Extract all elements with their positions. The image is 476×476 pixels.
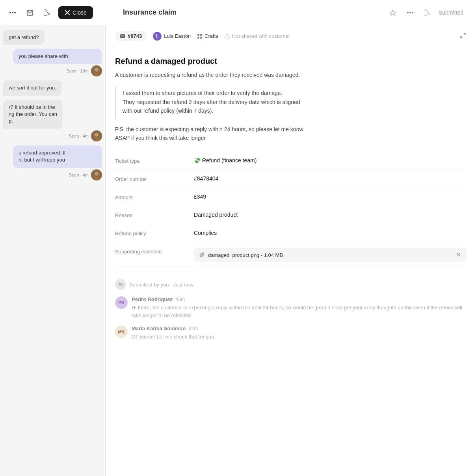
- field-supporting-evidence: Supporting evidence damaged_product.png …: [115, 242, 467, 268]
- comment-author-2: Maria Karina Solomon: [132, 325, 186, 331]
- svg-point-3: [407, 12, 409, 13]
- svg-point-5: [412, 12, 413, 13]
- chat-seen-1: Seen · 10m: [67, 69, 89, 73]
- team-icon: [197, 33, 203, 39]
- main-layout: get a refund? you please share with Seen…: [0, 25, 476, 476]
- activity-section: Submitted by you · Just now PR Pedro Rod…: [106, 271, 476, 355]
- amount-value: £349: [194, 193, 467, 200]
- chat-bubble-self-1: you please share with: [13, 49, 102, 64]
- ticket-id-badge: #8743: [115, 31, 147, 41]
- assignee-name: Luis Easton: [164, 33, 191, 39]
- svg-point-0: [9, 12, 11, 13]
- ticket-type-value: 💸 Refund (finance team): [194, 157, 467, 164]
- chat-meta-3: Seen · 4m: [3, 169, 102, 180]
- chat-sidebar: get a refund? you please share with Seen…: [0, 25, 106, 476]
- svg-rect-16: [197, 34, 199, 36]
- supporting-evidence-label: Supporting evidence: [115, 248, 194, 255]
- reason-value: Damaged product: [194, 212, 467, 218]
- svg-point-4: [409, 12, 411, 13]
- moon-icon-button-2[interactable]: [421, 6, 434, 19]
- file-attachment[interactable]: damaged_product.png - 1.04 MB ✕: [194, 248, 467, 262]
- list-item: s refund approved. It n, but I will keep…: [3, 145, 102, 180]
- refund-policy-value: Complies: [194, 230, 467, 236]
- comment-body-1: Pedro Rodriguez 45m Hi there, the custom…: [132, 296, 467, 319]
- chat-bubble-other-1: get a refund?: [3, 30, 45, 45]
- comment-header-2: Maria Karina Solomon 42m: [132, 325, 467, 331]
- more-options-button[interactable]: [6, 6, 19, 19]
- close-button[interactable]: Close: [58, 6, 93, 19]
- comment-author-1: Pedro Rodriguez: [132, 296, 173, 302]
- reason-label: Reason: [115, 212, 194, 218]
- chat-bubble-self-2: s refund approved. It n, but I will keep…: [13, 145, 102, 167]
- activity-submitted: Submitted by you · Just now: [115, 279, 467, 290]
- comment-text-2: Of course! Let me check that for you.: [132, 333, 467, 341]
- amount-label: Amount: [115, 193, 194, 200]
- comment-1: PR Pedro Rodriguez 45m Hi there, the cus…: [115, 296, 467, 319]
- activity-submitted-text: Submitted by you · Just now: [129, 282, 193, 288]
- team-name: Crafts: [205, 33, 218, 39]
- comment-avatar-1: PR: [115, 296, 128, 309]
- avatar-2: [91, 130, 102, 141]
- list-item: you please share with Seen · 10m: [3, 49, 102, 76]
- ticket-ps: P.S. the customer is expecting a reply w…: [115, 125, 467, 143]
- chat-seen-3: Seen · 4m: [69, 173, 89, 177]
- comment-text-1: Hi there, the customer is expecting a re…: [132, 304, 467, 319]
- team-badge: Crafts: [197, 33, 218, 39]
- ticket-fields: Ticket type 💸 Refund (finance team) Orde…: [106, 152, 476, 268]
- svg-rect-15: [120, 34, 125, 38]
- field-amount: Amount £349: [115, 188, 467, 206]
- svg-rect-20: [227, 37, 228, 38]
- top-bar: Close Insurance claim: [0, 0, 476, 25]
- field-order-number: Order number #8478404: [115, 170, 467, 188]
- ticket-description: A customer is requesting a refund as the…: [115, 71, 467, 79]
- comment-2: MK Maria Karina Solomon 42m Of course! L…: [115, 325, 467, 341]
- order-number-value: #8478404: [194, 175, 467, 182]
- avatar-1: [91, 65, 102, 76]
- top-bar-actions: Submitted: [387, 6, 463, 19]
- svg-rect-17: [200, 34, 202, 36]
- ellipsis-icon-button[interactable]: [404, 6, 416, 19]
- star-icon-button[interactable]: [387, 6, 399, 19]
- expand-button[interactable]: [459, 32, 467, 41]
- comment-body-2: Maria Karina Solomon 42m Of course! Let …: [132, 325, 467, 341]
- comment-time-1: 45m: [176, 297, 185, 302]
- not-shared-icon: [225, 33, 230, 39]
- field-reason: Reason Damaged product: [115, 206, 467, 224]
- not-shared-badge: Not shared with customer: [225, 33, 290, 39]
- comment-avatar-2: MK: [115, 325, 128, 338]
- ticket-icon: [120, 33, 125, 39]
- inbox-icon-button[interactable]: [24, 6, 36, 19]
- avatar-3: [91, 169, 102, 180]
- chat-bubble-other-2: we sort it out for you.: [3, 80, 62, 95]
- attachment-name: damaged_product.png - 1.04 MB: [208, 252, 283, 258]
- moon-icon-button[interactable]: [41, 6, 54, 19]
- comment-header-1: Pedro Rodriguez 45m: [132, 296, 467, 302]
- field-refund-policy: Refund policy Complies: [115, 224, 467, 242]
- list-item: we sort it out for you.: [3, 80, 102, 95]
- chat-bubble-other-3: r? It should be in the ng the order. You…: [3, 100, 63, 129]
- field-ticket-type: Ticket type 💸 Refund (finance team): [115, 152, 467, 170]
- ticket-note: I asked them to share pictures of their …: [115, 86, 467, 118]
- svg-point-13: [95, 172, 99, 176]
- ticket-type-label: Ticket type: [115, 157, 194, 164]
- chat-meta-2: Seen · 4m: [3, 130, 102, 141]
- svg-point-1: [12, 12, 13, 13]
- ticket-header: #8743 L Luis Easton Crafts: [106, 25, 476, 47]
- order-number-label: Order number: [115, 175, 194, 182]
- ticket-id: #8743: [128, 33, 142, 39]
- list-item: get a refund?: [3, 30, 102, 45]
- assignee: L Luis Easton: [153, 32, 191, 41]
- ticket-body: Refund a damaged product A customer is r…: [106, 47, 476, 152]
- chat-meta-1: Seen · 10m: [3, 65, 102, 76]
- activity-icon: [115, 279, 126, 290]
- comment-time-2: 42m: [189, 326, 198, 331]
- remove-attachment-button[interactable]: ✕: [456, 252, 461, 258]
- svg-point-2: [14, 12, 16, 13]
- svg-rect-19: [200, 37, 202, 39]
- top-bar-left: Close: [6, 6, 112, 19]
- list-item: r? It should be in the ng the order. You…: [3, 100, 102, 142]
- svg-point-10: [95, 133, 99, 137]
- chat-seen-2: Seen · 4m: [69, 134, 89, 138]
- paperclip-icon: [199, 252, 205, 258]
- not-shared-text: Not shared with customer: [232, 33, 290, 39]
